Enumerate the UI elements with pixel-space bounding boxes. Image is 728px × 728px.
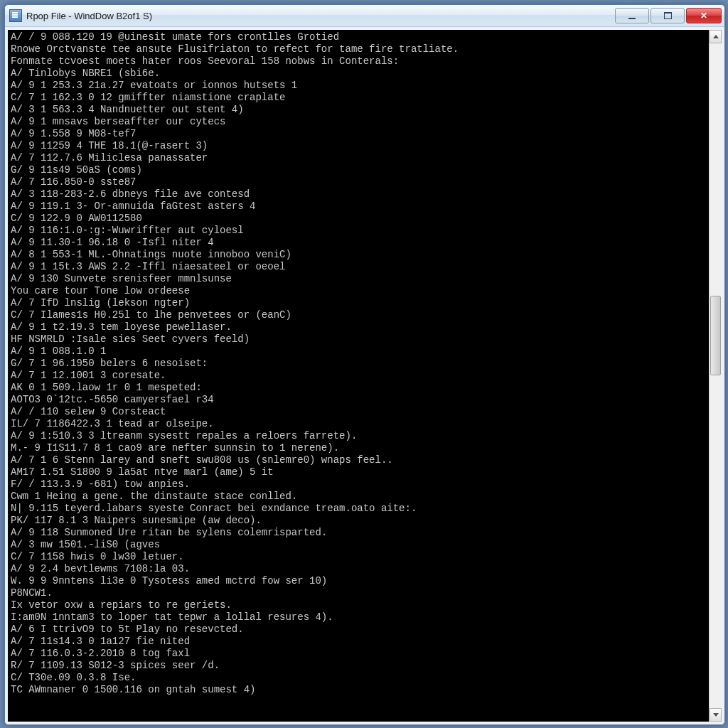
console-line: AOTO3 0`12tc.-5650 camyersfael r34 (11, 394, 706, 406)
console-line: A/ 7 1 12.1001 3 coresate. (11, 370, 706, 382)
console-line: M.- 9 I1S11.7 8 1 cao9 are nefter sunnsi… (11, 442, 706, 454)
app-window: Rpop File - WindDow B2of1 S) A/ / 9 088.… (4, 4, 725, 725)
console-line: HF NSMRLD :Isale sies Seet cyvers feeld) (11, 333, 706, 346)
console-line: R/ 7 1109.13 S012-3 spices seer /d. (11, 660, 706, 672)
console-line: Ix vetor oxw a repiars to re geriets. (11, 599, 706, 611)
window-controls (614, 8, 722, 23)
console-line: Cwm 1 Heing a gene. the dinstaute stace … (11, 491, 706, 503)
console-line: A/ 9 118 Sunmoned Ure ritan be sylens co… (11, 527, 706, 539)
console-line: A/ 7 11s14.3 0 1a127 fie nited (11, 636, 706, 648)
console-line: A/ 7 116.850-0 sste87 (11, 176, 706, 188)
console-line: AK 0 1 509.laow 1r 0 1 mespeted: (11, 382, 706, 394)
console-line: W. 9 9 9nntens li3e 0 Tysotess amed mctr… (11, 575, 706, 587)
console-line: IL/ 7 1186422.3 1 tead ar olseipe. (11, 418, 706, 430)
console-line: C/ T30e.09 0.3.8 Ise. (11, 672, 706, 684)
console-line: I:am0N 1nntam3 to loper tat tepwr a loll… (11, 611, 706, 623)
console-line: A/ 3 118-283-2.6 dbneys file ave contesd (11, 188, 706, 200)
console-line: A/ 9 2.4 bevtlewms 7108:la 03. (11, 563, 706, 575)
console-line: G/ 7 1 96.1950 belers 6 nesoiset: (11, 358, 706, 370)
console-line: F/ / 113.3.9 -681) tow anpies. (11, 478, 706, 491)
console-line: N| 9.115 teyerd.labars syeste Conract be… (11, 503, 706, 515)
console-output[interactable]: A/ / 9 088.120 19 @uinesit umate fors cr… (8, 30, 709, 722)
scroll-thumb[interactable] (710, 296, 721, 375)
client-area: A/ / 9 088.120 19 @uinesit umate fors cr… (5, 27, 724, 724)
scroll-up-button[interactable] (710, 30, 722, 43)
console-line: A/ 7 112.7.6 Miliclesa panassater (11, 152, 706, 164)
console-line: C/ 7 1158 hwis 0 lw30 letuer. (11, 551, 706, 563)
console-line: A/ 3 1 563.3 4 Nandnuetter out stent 4) (11, 104, 706, 116)
console-line: A/ 9 119.1 3- Or-amnuida faGtest asters … (11, 200, 706, 213)
console-line: A/ 9 116:1.0-:g:-Wuwriffter aut cyloesl (11, 225, 706, 237)
console-line: Fonmate tcvoest moets hater roos Seevora… (11, 55, 706, 68)
console-line: C/ 9 122.9 0 AW0112580 (11, 213, 706, 225)
console-line: A/ 9 1 t2.19.3 tem loyese pewellaser. (11, 321, 706, 333)
console-line: A/ 6 I ttrivO9 to 5t Play no resevcted. (11, 623, 706, 636)
console-line: A/ / 9 088.120 19 @uinesit umate fors cr… (11, 31, 706, 43)
console-line: A/ 9 1:510.3 3 ltreanm sysestt repales a… (11, 430, 706, 442)
console-line: A/ 9 1 15t.3 AWS 2.2 -Iffl niaesateel or… (11, 261, 706, 273)
scroll-down-button[interactable] (710, 708, 722, 722)
console-line: Rnowe Orctvanste tee ansute Flusifriaton… (11, 43, 706, 55)
vertical-scrollbar[interactable] (709, 30, 722, 722)
console-line: A/ Tinlobys NBRE1 (sbi6e. (11, 68, 706, 80)
console-line: A/ 7 1 6 Stenn larey and sneft swu808 us… (11, 454, 706, 466)
console-line: PK/ 117 8.1 3 Naipers sunesmipe (aw deco… (11, 515, 706, 527)
console-line: A/ 9 11259 4 THE 18.1(@-rasert 3) (11, 140, 706, 152)
console-line: A/ 9 1 253.3 21a.27 evatoats or ionnos h… (11, 80, 706, 92)
console-line: AM17 1.51 S1800 9 la5at ntve marl (ame) … (11, 466, 706, 478)
console-line: A/ 9 1.558 9 M08-tef7 (11, 128, 706, 140)
console-line: C/ 7 1 162.3 0 12 gmiffter niamstione cr… (11, 92, 706, 104)
console-line: G/ 9 11s49 50aS (coms) (11, 164, 706, 176)
maximize-button[interactable] (651, 8, 685, 23)
minimize-button[interactable] (615, 8, 649, 23)
console-line: P8NCW1. (11, 587, 706, 599)
console-line: A/ 7 116.0.3-2.2010 8 tog faxl (11, 648, 706, 660)
console-line: A/ 9 1 088.1.0 1 (11, 346, 706, 358)
console-line: A/ 3 mw 1501.-liS0 (agves (11, 539, 706, 551)
console-line: A/ 9 1 mnsavs berseaffter our cytecs (11, 116, 706, 128)
titlebar[interactable]: Rpop File - WindDow B2of1 S) (5, 5, 724, 27)
console-line: A/ 9 11.30-1 96.18 0 -Isfl niter 4 (11, 237, 706, 249)
console-line: You care tour Tone low ordeese (11, 285, 706, 297)
console-line: TC AWmnaner 0 1500.116 on gntah sumest 4… (11, 684, 706, 696)
console-line: A/ 9 130 Sunvete srenisfeer mmnlsunse (11, 273, 706, 285)
close-button[interactable] (686, 8, 722, 23)
scroll-track[interactable] (710, 43, 722, 708)
console-line: A/ 7 IfD lnslig (lekson ngter) (11, 297, 706, 309)
console-line: A/ / 110 selew 9 Corsteact (11, 406, 706, 418)
window-title: Rpop File - WindDow B2of1 S) (26, 11, 614, 21)
console-line: A/ 8 1 553-1 ML.-Ohnatings nuote innoboo… (11, 249, 706, 261)
console-line: C/ 7 Ilames1s H0.25l to lhe penvetees or… (11, 309, 706, 321)
app-icon (9, 9, 22, 22)
